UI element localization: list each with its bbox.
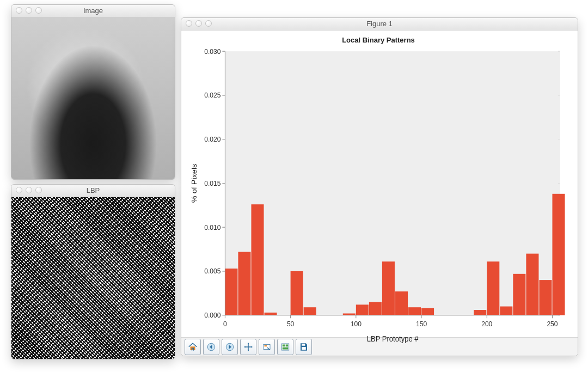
bar [513,274,525,315]
titlebar-figure[interactable]: Figure 1 [181,18,578,31]
close-icon[interactable] [186,20,192,27]
svg-text:0.030: 0.030 [204,47,220,56]
svg-text:0: 0 [223,319,227,328]
window-figure: Figure 1 Local Binary Patterns 0.0000.00… [181,17,578,356]
bar [225,269,237,315]
bar [238,252,250,315]
zoom-icon[interactable] [35,7,42,14]
bar [251,204,264,315]
window-title: Image [83,7,103,15]
figure-body: Local Binary Patterns 0.0000.0050.0100.0… [181,31,578,356]
lbp-texture-image [11,197,175,359]
svg-text:250: 250 [547,319,558,328]
bar [539,280,552,315]
minimize-icon[interactable] [26,187,32,193]
bar [265,313,277,315]
y-axis-label: % of Pixels [191,164,198,203]
bar [474,310,486,315]
bar [291,271,303,315]
bar [421,308,434,315]
plot-area[interactable]: Local Binary Patterns 0.0000.0050.0100.0… [181,31,578,337]
svg-text:0.020: 0.020 [204,135,220,144]
bar [356,304,369,315]
svg-text:100: 100 [351,319,362,328]
bar [382,261,395,315]
bar-chart[interactable]: 0.0000.0050.0100.0150.0200.0250.03005010… [187,45,570,349]
svg-text:0.025: 0.025 [204,91,220,100]
minimize-icon[interactable] [26,7,32,14]
x-axis-label: LBP Prototype # [367,334,419,343]
image-content [11,17,175,180]
bar [408,307,421,315]
grayscale-photo [11,17,175,180]
window-title: LBP [87,186,100,194]
lbp-content [11,197,175,359]
bar [304,307,316,315]
svg-text:150: 150 [416,319,427,328]
window-title: Figure 1 [366,20,393,28]
svg-text:0.010: 0.010 [204,223,220,231]
window-lbp: LBP [11,184,175,359]
window-controls [16,7,42,14]
bar [526,254,538,315]
close-icon[interactable] [16,7,22,14]
bar [500,307,512,315]
bar [487,261,499,315]
zoom-icon[interactable] [205,20,212,27]
bar [369,302,382,315]
bar [552,194,565,315]
window-controls [186,20,212,27]
close-icon[interactable] [16,187,22,193]
window-image: Image [11,4,175,180]
svg-text:50: 50 [287,319,294,328]
svg-text:0.000: 0.000 [204,311,220,320]
svg-text:0.015: 0.015 [204,179,220,187]
minimize-icon[interactable] [195,20,202,27]
svg-text:0.005: 0.005 [204,267,220,276]
zoom-icon[interactable] [35,187,42,193]
chart-title: Local Binary Patterns [187,36,570,44]
titlebar-image[interactable]: Image [11,5,175,17]
titlebar-lbp[interactable]: LBP [11,185,175,197]
bar [395,291,408,315]
window-controls [16,187,42,193]
svg-text:200: 200 [481,319,492,328]
